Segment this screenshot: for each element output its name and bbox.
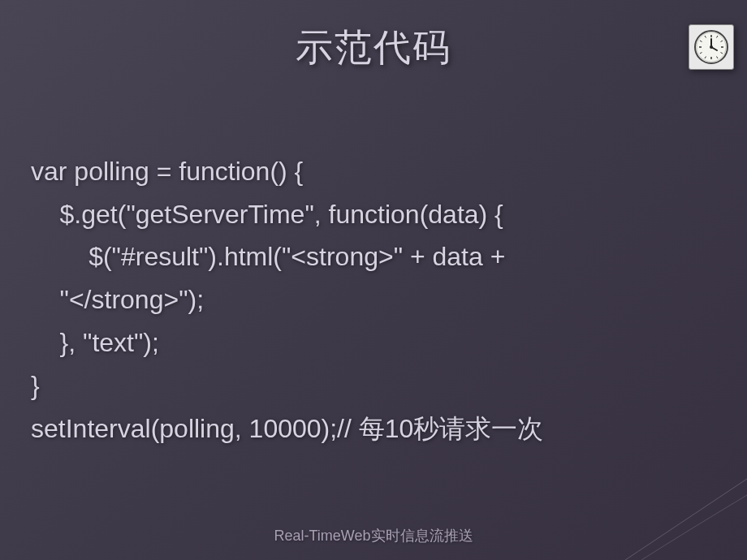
code-line-6: } [31, 371, 40, 400]
code-block: var polling = function() { $.get("getSer… [0, 107, 747, 450]
code-line-7: setInterval(polling, 10000);// 每10秒请求一次 [31, 414, 543, 443]
code-line-2: $.get("getServerTime", function(data) { [31, 200, 503, 229]
clock-icon [689, 24, 734, 70]
clock-icon-svg [693, 28, 730, 66]
code-line-3: $("#result").html("<strong>" + data + [31, 242, 512, 271]
code-line-4: "</strong>"); [31, 285, 204, 314]
code-line-1: var polling = function() { [31, 157, 303, 186]
slide-title: 示范代码 [0, 0, 747, 73]
code-line-5: }, "text"); [31, 328, 159, 357]
corner-decoration [625, 463, 747, 560]
svg-point-16 [710, 45, 713, 49]
